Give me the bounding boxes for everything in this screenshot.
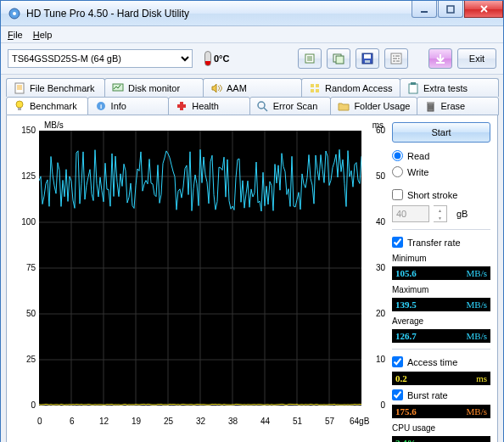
- svg-rect-13: [113, 84, 123, 91]
- random-icon: [309, 82, 321, 94]
- tab-extra-tests[interactable]: Extra tests: [400, 78, 499, 97]
- app-icon: [8, 7, 21, 20]
- window-title: HD Tune Pro 4.50 - Hard Disk Utility: [26, 8, 411, 20]
- transfer-rate-checkbox[interactable]: [392, 237, 403, 248]
- minimum-label: Minimum: [392, 252, 490, 263]
- copy-screenshot-button[interactable]: [327, 48, 350, 69]
- tab-erase[interactable]: Erase: [417, 97, 499, 115]
- minimum-value: 105.6MB/s: [392, 266, 490, 280]
- svg-rect-16: [311, 89, 314, 92]
- maximum-value: 139.5MB/s: [392, 298, 490, 311]
- burst-rate-value: 175.6MB/s: [392, 405, 490, 418]
- svg-rect-15: [316, 84, 319, 87]
- info-icon: i: [95, 100, 107, 112]
- svg-rect-2: [421, 11, 428, 13]
- clipboard-icon: [407, 82, 419, 94]
- file-icon: [14, 82, 25, 94]
- tab-area: File Benchmark Disk monitor AAM Random A…: [1, 75, 503, 442]
- tab-row-primary: Benchmark iInfo Health Error Scan Folder…: [6, 97, 498, 115]
- folder-icon: [338, 100, 350, 112]
- thermometer-icon: [204, 51, 211, 66]
- tab-folder-usage[interactable]: Folder Usage: [330, 97, 417, 115]
- short-stroke-spinner: ▲▼: [434, 205, 447, 222]
- svg-rect-21: [18, 108, 21, 110]
- svg-text:i: i: [99, 103, 101, 110]
- results-sidebar: Start Read Write Short stroke 40▲▼gB Tra…: [392, 120, 492, 442]
- write-radio[interactable]: [392, 166, 403, 177]
- load-button[interactable]: [428, 48, 452, 69]
- copy-info-button[interactable]: [298, 48, 322, 69]
- svg-rect-19: [411, 82, 416, 85]
- svg-rect-25: [177, 104, 186, 108]
- tab-aam[interactable]: AAM: [203, 78, 302, 97]
- close-button[interactable]: [464, 1, 503, 18]
- average-label: Average: [392, 315, 490, 326]
- svg-point-1: [13, 12, 16, 15]
- tab-row-secondary: File Benchmark Disk monitor AAM Random A…: [6, 78, 498, 97]
- tab-health[interactable]: Health: [168, 97, 250, 115]
- temperature-display: 0°C: [198, 51, 236, 66]
- trash-icon: [424, 100, 436, 112]
- svg-rect-12: [15, 83, 24, 93]
- svg-rect-6: [336, 56, 344, 64]
- burst-rate-checkbox[interactable]: [392, 389, 403, 400]
- chart-plot: [39, 131, 361, 406]
- tab-info[interactable]: iInfo: [87, 97, 170, 115]
- read-radio[interactable]: [392, 150, 403, 161]
- menubar: File Help: [1, 26, 503, 43]
- svg-rect-3: [447, 6, 454, 13]
- app-window: HD Tune Pro 4.50 - Hard Disk Utility Fil…: [0, 0, 504, 442]
- tab-file-benchmark[interactable]: File Benchmark: [6, 78, 105, 97]
- bulb-icon: [14, 100, 25, 112]
- y-left-label: MB/s: [44, 120, 64, 130]
- save-button[interactable]: [356, 48, 379, 69]
- maximum-label: Maximum: [392, 283, 490, 294]
- monitor-icon: [112, 82, 124, 94]
- temperature-value: 0°C: [214, 53, 229, 64]
- svg-rect-11: [436, 62, 445, 64]
- svg-rect-18: [409, 84, 417, 93]
- access-time-checkbox[interactable]: [392, 356, 403, 367]
- speaker-icon: [210, 82, 222, 94]
- tab-random-access[interactable]: Random Access: [301, 78, 400, 97]
- settings-button[interactable]: [384, 48, 408, 69]
- svg-rect-9: [365, 60, 370, 63]
- tab-disk-monitor[interactable]: Disk monitor: [104, 78, 204, 97]
- start-button[interactable]: Start: [392, 122, 490, 143]
- health-icon: [176, 100, 188, 112]
- maximize-button[interactable]: [438, 1, 463, 18]
- tab-error-scan[interactable]: Error Scan: [249, 97, 332, 115]
- titlebar[interactable]: HD Tune Pro 4.50 - Hard Disk Utility: [1, 1, 503, 26]
- svg-rect-8: [364, 54, 371, 59]
- access-time-value: 0.2ms: [392, 372, 490, 385]
- svg-rect-28: [427, 102, 434, 104]
- svg-rect-17: [316, 89, 319, 92]
- short-stroke-checkbox[interactable]: [392, 189, 403, 200]
- minimize-button[interactable]: [412, 1, 437, 18]
- average-value: 126.7MB/s: [392, 329, 490, 343]
- toolbar: TS64GSSD25S-M (64 gB) 0°C Exit: [1, 43, 503, 75]
- short-stroke-value: 40: [392, 205, 429, 222]
- tab-content: MB/s ms 150 125 100 75 50: [6, 115, 498, 442]
- cpu-usage-label: CPU usage: [392, 422, 490, 433]
- svg-point-20: [16, 101, 23, 108]
- benchmark-chart: MB/s ms 150 125 100 75 50: [12, 120, 385, 426]
- cpu-usage-value: 2.4%: [392, 436, 490, 442]
- exit-button[interactable]: Exit: [457, 48, 496, 69]
- menu-help[interactable]: Help: [33, 30, 53, 40]
- svg-point-26: [258, 102, 265, 109]
- drive-select[interactable]: TS64GSSD25S-M (64 gB): [8, 49, 193, 68]
- search-icon: [257, 100, 269, 112]
- menu-file[interactable]: File: [8, 30, 23, 40]
- svg-rect-14: [311, 84, 314, 87]
- tab-benchmark[interactable]: Benchmark: [6, 97, 88, 115]
